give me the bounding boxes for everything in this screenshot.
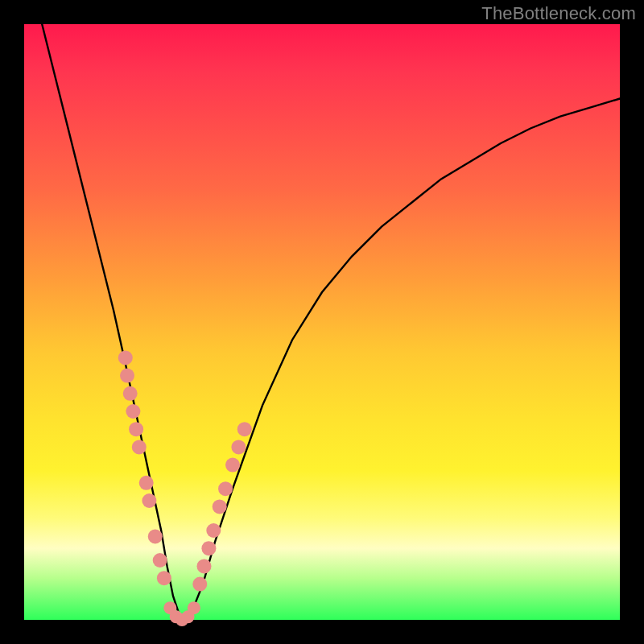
data-marker <box>126 404 140 419</box>
data-marker <box>218 481 233 496</box>
data-marker <box>225 458 240 473</box>
chart-frame: TheBottleneck.com <box>0 0 644 644</box>
data-marker <box>201 541 216 555</box>
data-marker <box>148 529 163 543</box>
chart-plot-area <box>24 24 620 620</box>
chart-svg <box>24 24 620 620</box>
data-marker <box>153 553 167 568</box>
data-marker <box>123 386 138 401</box>
data-marker <box>132 440 147 454</box>
data-marker <box>142 493 156 508</box>
data-marker <box>157 571 171 585</box>
data-marker <box>129 422 143 436</box>
data-marker <box>231 440 246 454</box>
data-marker <box>120 369 134 383</box>
bottleneck-curve <box>42 24 620 620</box>
data-marker <box>192 577 207 592</box>
data-marker <box>237 422 252 436</box>
data-marker <box>139 476 154 490</box>
data-marker <box>206 523 221 538</box>
data-markers <box>118 350 252 626</box>
watermark-text: TheBottleneck.com <box>481 3 636 24</box>
data-marker <box>197 559 212 573</box>
data-marker <box>213 499 227 514</box>
data-marker <box>188 601 200 614</box>
data-marker <box>118 350 133 365</box>
